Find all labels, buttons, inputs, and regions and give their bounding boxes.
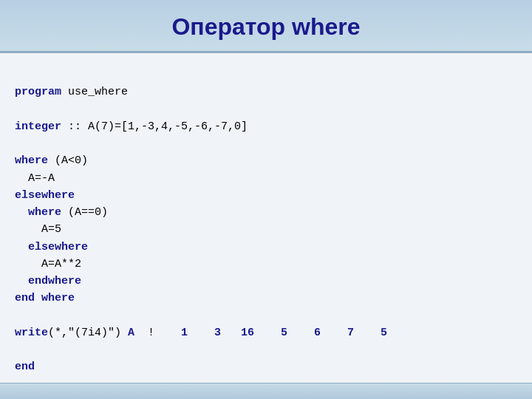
line-endwhere-inner: endwhere (15, 275, 81, 287)
line-blank2 (15, 137, 21, 150)
normal-write-args: (*,"(7i4)") (48, 327, 128, 339)
line-a-sq: A=A**2 (15, 258, 81, 270)
slide: Оператор where program use_where integer… (0, 0, 532, 399)
line-end: end (15, 361, 35, 373)
slide-title: Оператор where (15, 13, 517, 41)
kw-where1: where (15, 154, 48, 167)
normal-a-neg: A=-A (15, 172, 55, 185)
kw-integer: integer (15, 120, 61, 133)
kw-where2: where (28, 206, 61, 219)
line-blank3 (15, 310, 21, 322)
kw-elsewhere2: elsewhere (28, 241, 88, 253)
line-where1: where (A<0) (15, 154, 88, 167)
line-program: program use_where (15, 86, 128, 98)
slide-footer (0, 383, 532, 399)
normal-a5: A=5 (15, 223, 61, 236)
kw-end: end (15, 361, 35, 373)
line-end-where: end where (15, 292, 75, 304)
line-a-neg: A=-A (15, 172, 55, 185)
write-output-vals: 1 3 16 5 6 7 5 (181, 327, 387, 339)
line-integer: integer :: A(7)=[1,-3,4,-5,-6,-7,0] (15, 120, 248, 133)
normal-indent-else2 (15, 241, 28, 253)
normal-a-sq: A=A**2 (15, 258, 81, 270)
slide-header: Оператор where (0, 0, 532, 52)
kw-write: write (15, 327, 48, 339)
kw-elsewhere1: elsewhere (15, 189, 75, 202)
line-elsewhere2: elsewhere (15, 241, 88, 253)
code-area: program use_where integer :: A(7)=[1,-3,… (0, 52, 532, 383)
line-write: write(*,"(7i4)") A ! 1 3 16 5 6 7 5 (15, 327, 387, 339)
normal-where1-cond: (A<0) (48, 154, 88, 167)
normal-write-sep: ! (134, 327, 181, 339)
line-a5: A=5 (15, 223, 61, 236)
kw-program: program (15, 86, 61, 98)
code-block: program use_where integer :: A(7)=[1,-3,… (15, 66, 517, 383)
normal-where2-cond: (A==0) (61, 206, 108, 219)
normal-indent2 (15, 206, 28, 219)
line-elsewhere1: elsewhere (15, 189, 75, 202)
normal-use-where: use_where (61, 86, 128, 98)
normal-integer-decl: :: A(7)=[1,-3,4,-5,-6,-7,0] (61, 120, 248, 133)
line-blank4 (15, 344, 21, 356)
normal-indent-endwhere (15, 275, 28, 287)
kw-end-where: end where (15, 292, 75, 304)
kw-write-a: A (128, 327, 134, 339)
line-where2: where (A==0) (15, 206, 108, 219)
kw-endwhere-inner: endwhere (28, 275, 81, 287)
line-blank1 (15, 103, 21, 116)
